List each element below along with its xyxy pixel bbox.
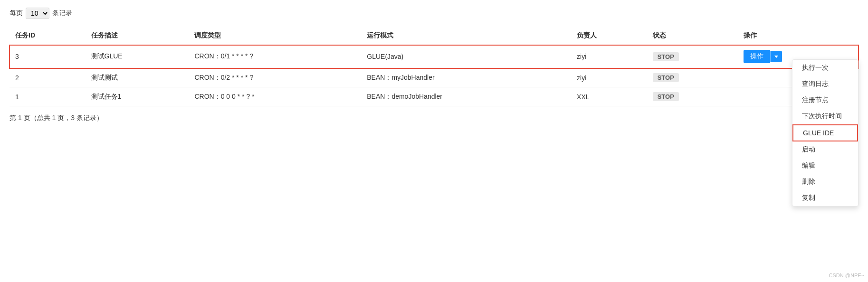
cell-id: 1	[10, 87, 86, 106]
menu-item-copy[interactable]: 复制	[792, 190, 858, 206]
cell-run-mode: BEAN：myJobHandler	[361, 68, 571, 87]
table-row: 3测试GLUECRON：0/1 * * * * ?GLUE(Java)ziyiS…	[10, 45, 858, 68]
cell-desc: 测试任务1	[86, 87, 189, 106]
menu-item-glue-ide[interactable]: GLUE IDE	[792, 124, 858, 141]
cell-id: 2	[10, 68, 86, 87]
watermark: CSDN @NPE~	[829, 273, 864, 278]
cell-status: STOP	[647, 87, 738, 106]
menu-item-next-exec-time[interactable]: 下次执行时间	[792, 108, 858, 124]
col-header-schedule: 调度类型	[189, 27, 361, 45]
cell-desc: 测试测试	[86, 68, 189, 87]
records-label: 条记录	[52, 9, 72, 18]
pagination-text: 第 1 页（总共 1 页，3 条记录）	[10, 114, 103, 122]
cell-status: STOP	[647, 45, 738, 68]
pagination-info: 第 1 页（总共 1 页，3 条记录）	[10, 114, 858, 122]
topbar: 每页 10 20 50 条记录	[10, 8, 858, 19]
chevron-down-icon	[774, 56, 778, 58]
action-dropdown-menu: 执行一次 查询日志 注册节点 下次执行时间 GLUE IDE 启动 编辑 删除 …	[792, 59, 858, 207]
menu-item-query-log[interactable]: 查询日志	[792, 76, 858, 92]
cell-schedule: CRON：0/2 * * * * ?	[189, 68, 361, 87]
menu-item-edit[interactable]: 编辑	[792, 158, 858, 174]
action-dropdown-button[interactable]	[770, 51, 782, 62]
action-button-group: 操作	[744, 50, 782, 63]
table-container: 任务ID 任务描述 调度类型 运行模式 负责人 状态 操作 3测试GLUECRO…	[10, 27, 858, 106]
col-header-desc: 任务描述	[86, 27, 189, 45]
col-header-id: 任务ID	[10, 27, 86, 45]
menu-item-delete[interactable]: 删除	[792, 174, 858, 190]
col-header-action: 操作	[738, 27, 858, 45]
cell-owner: XXL	[571, 87, 647, 106]
cell-run-mode: BEAN：demoJobHandler	[361, 87, 571, 106]
cell-id: 3	[10, 45, 86, 68]
menu-item-register-node[interactable]: 注册节点	[792, 92, 858, 108]
per-page-select[interactable]: 10 20 50	[26, 8, 49, 19]
action-main-button[interactable]: 操作	[744, 50, 770, 63]
cell-schedule: CRON：0 0 0 * * ? *	[189, 87, 361, 106]
cell-desc: 测试GLUE	[86, 45, 189, 68]
menu-item-start[interactable]: 启动	[792, 141, 858, 158]
cell-schedule: CRON：0/1 * * * * ?	[189, 45, 361, 68]
menu-item-execute-once[interactable]: 执行一次	[792, 60, 858, 76]
status-badge: STOP	[653, 92, 679, 101]
cell-owner: ziyi	[571, 45, 647, 68]
col-header-status: 状态	[647, 27, 738, 45]
page-wrapper: 每页 10 20 50 条记录 任务ID 任务描述 调度类型 运行模式 负责人 …	[0, 0, 868, 282]
cell-status: STOP	[647, 68, 738, 87]
per-page-label: 每页	[10, 9, 23, 18]
table-header-row: 任务ID 任务描述 调度类型 运行模式 负责人 状态 操作	[10, 27, 858, 45]
col-header-mode: 运行模式	[361, 27, 571, 45]
jobs-table: 任务ID 任务描述 调度类型 运行模式 负责人 状态 操作 3测试GLUECRO…	[10, 27, 858, 106]
table-row: 2测试测试CRON：0/2 * * * * ?BEAN：myJobHandler…	[10, 68, 858, 87]
cell-owner: ziyi	[571, 68, 647, 87]
cell-run-mode: GLUE(Java)	[361, 45, 571, 68]
col-header-owner: 负责人	[571, 27, 647, 45]
table-row: 1测试任务1CRON：0 0 0 * * ? *BEAN：demoJobHand…	[10, 87, 858, 106]
status-badge: STOP	[653, 52, 679, 61]
status-badge: STOP	[653, 73, 679, 82]
